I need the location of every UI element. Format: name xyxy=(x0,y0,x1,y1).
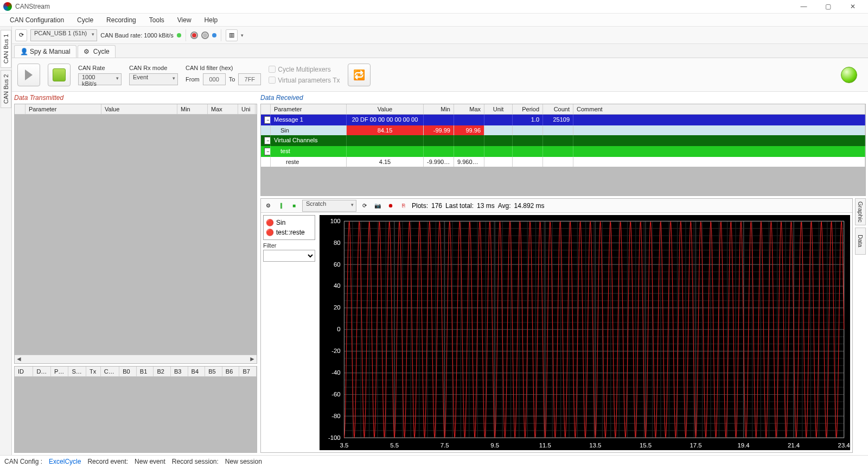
status-config-value[interactable]: ExcelCycle xyxy=(49,458,81,465)
menu-help[interactable]: Help xyxy=(199,14,224,26)
section-tx-title: Data Transmitted xyxy=(14,94,257,102)
can-rate-select[interactable]: 1000 kBit/s xyxy=(78,73,122,85)
tx-col-min[interactable]: Min xyxy=(177,104,208,114)
rx-col-max[interactable]: Max xyxy=(454,104,484,114)
rx-col-parameter[interactable]: Parameter xyxy=(271,104,347,114)
play-button[interactable] xyxy=(17,64,40,86)
tx-col-blank[interactable] xyxy=(15,104,25,114)
menu-cycle[interactable]: Cycle xyxy=(72,14,99,26)
stop-button[interactable] xyxy=(48,64,71,86)
svg-text:-60: -60 xyxy=(331,391,340,397)
graph-panel: ⚙ ‖ ■ Scratch ⟳ 📷 ⏺ ⎘ Plots: 176 Last to… xyxy=(260,198,853,453)
graph-refresh-icon[interactable]: ⟳ xyxy=(360,201,369,211)
msg-col-count[interactable]: Coun xyxy=(101,367,119,376)
config-button[interactable]: 🔁 xyxy=(348,64,371,86)
tx-col-value[interactable]: Value xyxy=(101,104,177,114)
signal-item-test-reste[interactable]: 🔴test::reste xyxy=(266,228,312,237)
tx-col-uni[interactable]: Uni xyxy=(238,104,256,114)
collapse-icon[interactable]: − xyxy=(264,116,271,124)
tx-col-parameter[interactable]: Parameter xyxy=(25,104,101,114)
can-rate-label: CAN Rate xyxy=(78,65,122,71)
tx-col-max[interactable]: Max xyxy=(208,104,238,114)
graph-stop-icon[interactable]: ■ xyxy=(289,201,299,211)
close-button[interactable]: ✕ xyxy=(840,0,865,13)
tx-scrollbar[interactable]: ◄► xyxy=(15,355,257,363)
graph-export-icon[interactable]: ⎘ xyxy=(399,201,409,211)
msg-col-b4[interactable]: B4 xyxy=(188,367,206,376)
maximize-button[interactable]: ▢ xyxy=(816,0,840,13)
msg-col-period[interactable]: Perio xyxy=(51,367,69,376)
svg-text:-20: -20 xyxy=(331,348,340,354)
menu-tools[interactable]: Tools xyxy=(144,14,170,26)
msg-col-b5[interactable]: B5 xyxy=(205,367,222,376)
svg-text:40: 40 xyxy=(334,282,341,289)
tab-cycle[interactable]: ⚙ Cycle xyxy=(78,45,116,58)
to-label: To xyxy=(229,76,235,83)
plots-value: 176 xyxy=(431,202,442,210)
msg-col-id[interactable]: ID xyxy=(15,367,33,376)
minimize-button[interactable]: — xyxy=(792,0,816,13)
rx-col-period[interactable]: Period xyxy=(513,104,543,114)
chk-virtual-tx[interactable]: Virtual parameters Tx xyxy=(269,77,340,84)
rx-row-virtual-channels[interactable]: − Virtual Channels xyxy=(261,135,865,146)
rx-col-comment[interactable]: Comment xyxy=(573,104,865,114)
signal-list[interactable]: 🔴Sin 🔴test::reste xyxy=(263,215,315,240)
collapse-icon[interactable]: − xyxy=(264,148,271,155)
filter-select[interactable] xyxy=(263,250,315,262)
graph-settings-icon[interactable]: ⚙ xyxy=(263,201,273,211)
rx-row-test[interactable]: − test xyxy=(261,146,865,157)
chart-area[interactable]: -100-80-60-40-200204060801003.55.57.59.5… xyxy=(320,215,850,450)
layout-dropdown-icon[interactable]: ▾ xyxy=(241,33,244,38)
msg-col-tx[interactable]: Tx xyxy=(86,367,101,376)
rx-col-unit[interactable]: Unit xyxy=(484,104,513,114)
msg-col-b0[interactable]: B0 xyxy=(119,367,137,376)
graph-record-icon[interactable]: ⏺ xyxy=(386,201,395,211)
title-bar: CANStream — ▢ ✕ xyxy=(0,0,868,14)
rx-row-message1[interactable]: − Message 1 20 DF 00 00 00 00 00 00 1.0 … xyxy=(261,115,865,125)
layout-button[interactable]: ▥ xyxy=(226,29,238,41)
msg-col-send[interactable]: Send xyxy=(68,367,86,376)
rx-row-reste[interactable]: reste 4.15 -9.99000... 9.96000... xyxy=(261,157,865,167)
rx-col-value[interactable]: Value xyxy=(347,104,424,114)
msg-col-b1[interactable]: B1 xyxy=(137,367,154,376)
device-select[interactable]: PCAN_USB 1 (51h) xyxy=(30,29,97,41)
rx-col-count[interactable]: Count xyxy=(543,104,573,114)
bus-tab-2[interactable]: CAN Bus 2 xyxy=(1,70,11,108)
graph-snapshot-icon[interactable]: 📷 xyxy=(373,201,382,211)
bus-tab-1[interactable]: CAN Bus 1 xyxy=(1,30,11,68)
signal-item-sin[interactable]: 🔴Sin xyxy=(266,218,312,228)
mode-tabs: 👤 Spy & Manual ⚙ Cycle xyxy=(12,44,868,58)
tab-graphic[interactable]: Graphic xyxy=(855,198,866,225)
msg-col-dlc[interactable]: DLC xyxy=(33,367,51,376)
filter-from-input[interactable] xyxy=(203,73,226,85)
tab-data[interactable]: Data xyxy=(855,228,866,255)
refresh-icon[interactable]: ⟳ xyxy=(15,29,27,41)
menu-can-configuration[interactable]: CAN Configuration xyxy=(4,14,69,26)
last-value: 13 ms xyxy=(477,202,495,210)
rx-col-min[interactable]: Min xyxy=(424,104,454,114)
collapse-icon[interactable]: − xyxy=(264,137,271,144)
pause-record-button[interactable] xyxy=(201,31,209,39)
record-button[interactable] xyxy=(190,31,198,39)
graph-pause-icon[interactable]: ‖ xyxy=(276,201,286,211)
tab-spy-label: Spy & Manual xyxy=(30,48,71,55)
msg-col-b7[interactable]: B7 xyxy=(239,367,257,376)
msg-col-b2[interactable]: B2 xyxy=(154,367,171,376)
rx-mode-select[interactable]: Event xyxy=(129,73,178,85)
plots-label: Plots: xyxy=(412,202,428,210)
menu-view[interactable]: View xyxy=(172,14,197,26)
msg-col-b6[interactable]: B6 xyxy=(222,367,240,376)
tab-spy-manual[interactable]: 👤 Spy & Manual xyxy=(14,45,76,58)
svg-text:19.4: 19.4 xyxy=(737,442,749,449)
rx-col-toggle[interactable] xyxy=(261,104,271,114)
chk-cycle-multiplexers[interactable]: Cycle Multiplexers xyxy=(269,66,340,73)
status-config-label: CAN Config : xyxy=(4,458,42,465)
marker-button[interactable] xyxy=(212,33,216,37)
menu-recording[interactable]: Recording xyxy=(101,14,142,26)
filter-to-input[interactable] xyxy=(238,73,261,85)
graph-preset-select[interactable]: Scratch xyxy=(302,200,356,212)
app-title: CANStream xyxy=(15,3,792,10)
rx-row-sin[interactable]: Sin 84.15 -99.99 99.96 xyxy=(261,125,865,135)
msg-col-b3[interactable]: B3 xyxy=(171,367,188,376)
svg-text:17.5: 17.5 xyxy=(690,442,701,449)
